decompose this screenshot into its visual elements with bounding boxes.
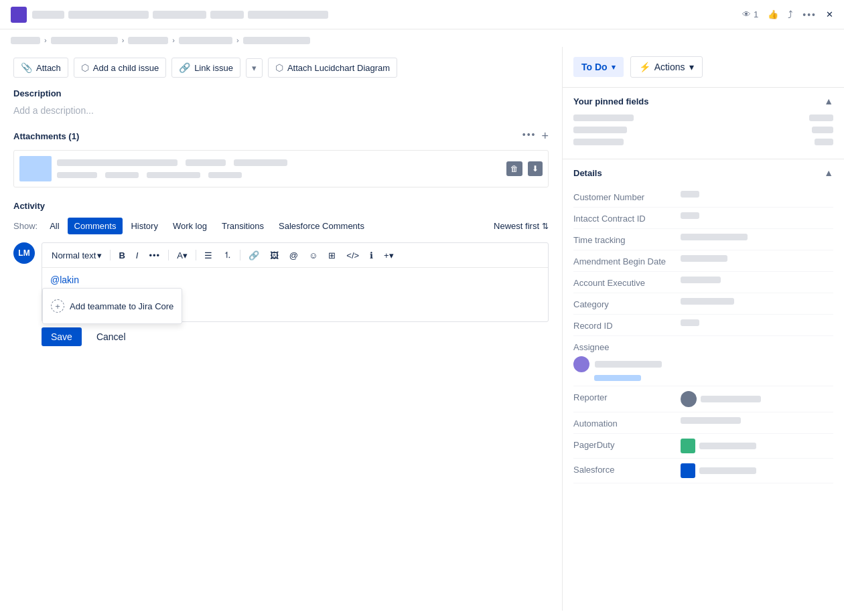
assignee-name <box>595 361 662 368</box>
lucidchart-icon: ⬡ <box>275 62 283 73</box>
detail-label-reporter: Reporter <box>573 391 681 402</box>
assignee-link <box>594 375 641 381</box>
close-button[interactable]: ✕ <box>826 9 833 19</box>
bold-button[interactable]: B <box>115 248 129 262</box>
more-button[interactable]: ••• <box>802 9 817 20</box>
activity-tabs: Show: All Comments History Work log Tran… <box>13 218 549 234</box>
text-color-button[interactable]: A▾ <box>173 248 192 262</box>
status-button[interactable]: To Do ▾ <box>573 57 624 77</box>
sort-dropdown[interactable]: Newest first ⇅ <box>494 221 549 231</box>
child-issue-icon: ⬡ <box>81 62 89 73</box>
tab-history[interactable]: History <box>124 218 164 234</box>
share-icon: ⤴ <box>788 9 793 20</box>
add-child-label: Add a child issue <box>93 63 159 73</box>
watch-button[interactable]: 👁 1 <box>742 9 758 19</box>
record-id-block <box>681 319 699 326</box>
share-button[interactable]: ⤴ <box>788 9 793 20</box>
pinned-field-row-1 <box>573 114 833 121</box>
detail-value-salesforce <box>681 463 833 478</box>
add-teammate-item[interactable]: + Add teammate to Jira Core <box>43 294 182 318</box>
attachment-thumbnail <box>19 156 52 181</box>
cancel-button[interactable]: Cancel <box>87 327 135 346</box>
toolbar-more-button[interactable]: ▾ <box>246 58 263 78</box>
attachments-add-button[interactable]: + <box>541 129 549 143</box>
code-button[interactable]: </> <box>342 248 363 262</box>
actions-button[interactable]: ⚡ Actions ▾ <box>630 56 703 78</box>
attach-button[interactable]: 📎 Attach <box>13 58 68 78</box>
detail-row-account-executive: Account Executive <box>573 272 833 293</box>
detail-label-salesforce: Salesforce <box>573 463 681 475</box>
add-child-issue-button[interactable]: ⬡ Add a child issue <box>74 58 166 78</box>
numbered-list-button[interactable]: ⒈ <box>219 247 236 263</box>
nav-crumbs <box>32 11 328 19</box>
info-button[interactable]: ℹ <box>366 248 377 262</box>
detail-row-automation: Automation <box>573 412 833 434</box>
save-button[interactable]: Save <box>42 327 82 346</box>
pinned-header: Your pinned fields ▲ <box>573 96 833 106</box>
add-teammate-label: Add teammate to Jira Core <box>70 301 173 311</box>
detail-label-time-tracking: Time tracking <box>573 234 681 245</box>
attachments-header: Attachments (1) ••• + <box>13 129 549 143</box>
watch-count: 1 <box>754 9 758 19</box>
tab-worklog[interactable]: Work log <box>166 218 214 234</box>
emoji-button[interactable]: ☺ <box>305 248 322 262</box>
attachment-date <box>234 159 287 166</box>
detail-value-assignee <box>573 356 662 381</box>
attachment-download-button[interactable]: ⬇ <box>528 161 543 176</box>
top-bar-right: 👁 1 👍 ⤴ ••• ✕ <box>742 9 833 20</box>
bc-item-2 <box>51 37 118 44</box>
tab-salesforce-comments[interactable]: Salesforce Comments <box>272 218 371 234</box>
more-format-button[interactable]: ••• <box>145 248 164 262</box>
attachment-info <box>57 159 501 178</box>
detail-value-intacct <box>681 212 833 219</box>
detail-label-account-executive: Account Executive <box>573 277 681 288</box>
attach-label: Attach <box>36 63 61 73</box>
detail-row-category: Category <box>573 293 833 315</box>
table-button[interactable]: ⊞ <box>324 248 340 262</box>
lucidchart-button[interactable]: ⬡ Attach Lucidchart Diagram <box>268 58 397 78</box>
editor-body[interactable]: @lakin + Add teammate to Jira Core <box>42 268 548 321</box>
details-section: Details ▲ Customer Number Intacct Contra… <box>563 159 844 491</box>
more-tools-button[interactable]: +▾ <box>380 248 398 262</box>
pinned-collapse-button[interactable]: ▲ <box>824 96 833 106</box>
details-collapse-button[interactable]: ▲ <box>824 167 833 178</box>
detail-value-category <box>681 298 833 305</box>
activity-title: Activity <box>13 201 549 211</box>
detail-label-assignee: Assignee <box>573 341 681 352</box>
bullet-list-button[interactable]: ☰ <box>200 248 216 262</box>
sort-icon: ⇅ <box>542 222 549 231</box>
attachments-title: Attachments (1) <box>13 131 79 141</box>
like-button[interactable]: 👍 <box>768 9 778 19</box>
bc-sep-2: › <box>122 36 125 44</box>
divider-3 <box>196 250 196 260</box>
detail-value-customer-number <box>681 191 833 198</box>
detail-row-salesforce: Salesforce <box>573 459 833 483</box>
format-select[interactable]: Normal text ▾ <box>48 248 106 262</box>
tab-transitions[interactable]: Transitions <box>215 218 271 234</box>
status-chevron-icon: ▾ <box>612 63 616 72</box>
mention-button[interactable]: @ <box>285 248 302 262</box>
bc-sep-1: › <box>44 36 47 44</box>
attachments-actions: ••• + <box>522 129 549 143</box>
image-button[interactable]: 🖼 <box>266 248 283 262</box>
tab-comments[interactable]: Comments <box>68 218 123 234</box>
crumb-3 <box>153 11 206 19</box>
actions-chevron-icon: ▾ <box>689 62 694 72</box>
detail-value-record-id <box>681 319 833 326</box>
tab-all[interactable]: All <box>43 218 66 234</box>
link-issue-button[interactable]: 🔗 Link issue <box>171 58 240 78</box>
comment-editor: Normal text ▾ B I ••• A▾ ☰ ⒈ <box>42 242 549 322</box>
pinned-label-3 <box>573 139 624 145</box>
attachments-more-button[interactable]: ••• <box>522 129 537 143</box>
description-title: Description <box>13 88 549 98</box>
italic-button[interactable]: I <box>132 248 143 262</box>
attachment-delete-button[interactable]: 🗑 <box>506 161 522 176</box>
link-button[interactable]: 🔗 <box>244 248 263 262</box>
description-placeholder[interactable]: Add a description... <box>13 102 549 119</box>
detail-label-customer-number: Customer Number <box>573 191 681 202</box>
detail-label-intacct: Intacct Contract ID <box>573 212 681 224</box>
eye-icon: 👁 <box>742 9 751 19</box>
issue-toolbar: 📎 Attach ⬡ Add a child issue 🔗 Link issu… <box>13 58 549 78</box>
more-icon: ••• <box>802 9 817 20</box>
salesforce-badge <box>681 463 695 478</box>
